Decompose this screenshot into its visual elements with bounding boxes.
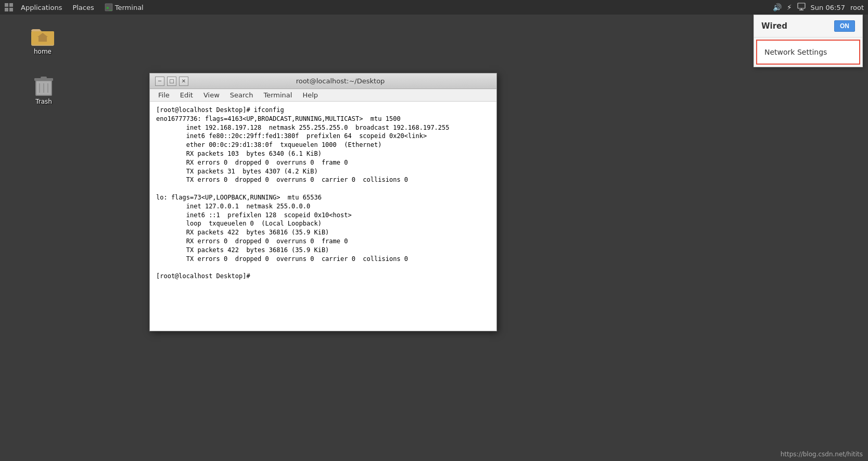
terminal-window: ─ □ ✕ root@localhost:~/Desktop File Edit…: [149, 73, 497, 331]
taskbar: Applications Places >_ Terminal 🔊 ⚡ Sun …: [0, 0, 868, 15]
terminal-title: root@localhost:~/Desktop: [188, 77, 492, 85]
wired-toggle[interactable]: ON: [834, 20, 855, 32]
terminal-menubar: File Edit View Search Terminal Help: [150, 89, 496, 102]
svg-text:>_: >_: [106, 5, 112, 10]
svg-rect-2: [5, 8, 8, 11]
trash-can-icon: [32, 73, 55, 98]
close-button[interactable]: ✕: [179, 77, 188, 86]
clock: Sun 06:57: [811, 4, 845, 11]
network-popup: Wired ON Network Settings: [754, 15, 863, 67]
home-icon-label: home: [34, 48, 52, 55]
terminal-menu-search[interactable]: Search: [225, 90, 259, 100]
terminal-menu-edit[interactable]: Edit: [175, 90, 198, 100]
taskbar-left: Applications Places >_ Terminal: [4, 2, 148, 13]
svg-rect-3: [9, 8, 13, 11]
user-label: root: [850, 4, 864, 11]
network-wired-label: Wired: [761, 21, 787, 31]
window-controls: ─ □ ✕: [154, 77, 188, 86]
terminal-taskbar-button[interactable]: >_ Terminal: [100, 2, 148, 13]
network-icon[interactable]: [797, 3, 806, 13]
network-settings-button[interactable]: Network Settings: [756, 40, 860, 65]
terminal-menu-help[interactable]: Help: [297, 90, 323, 100]
terminal-menu-terminal[interactable]: Terminal: [258, 90, 297, 100]
maximize-button[interactable]: □: [167, 77, 176, 86]
trash-desktop-icon[interactable]: Trash: [23, 73, 65, 105]
home-desktop-icon[interactable]: home: [22, 23, 63, 55]
volume-icon[interactable]: 🔊: [773, 3, 782, 11]
terminal-titlebar: ─ □ ✕ root@localhost:~/Desktop: [150, 73, 496, 89]
terminal-menu-view[interactable]: View: [198, 90, 225, 100]
svg-rect-6: [798, 3, 805, 8]
bluetooth-icon[interactable]: ⚡: [787, 3, 792, 11]
places-menu[interactable]: Places: [68, 3, 98, 13]
trash-icon-label: Trash: [35, 98, 52, 105]
network-popup-header: Wired ON: [754, 15, 862, 38]
home-folder-icon: [30, 23, 55, 48]
network-indicator-icon: [797, 3, 806, 11]
svg-rect-0: [5, 3, 8, 7]
minimize-button[interactable]: ─: [155, 77, 164, 86]
terminal-taskbar-icon: >_: [105, 3, 113, 11]
svg-rect-1: [9, 3, 13, 7]
url-bar: https://blog.csdn.net/hitits: [781, 451, 863, 458]
svg-rect-15: [41, 77, 47, 79]
terminal-content[interactable]: [root@localhost Desktop]# ifconfig eno16…: [150, 102, 496, 331]
taskbar-right: 🔊 ⚡ Sun 06:57 root: [773, 3, 864, 13]
applications-menu[interactable]: Applications: [17, 3, 66, 13]
app-menu-icon: [4, 3, 14, 12]
terminal-menu-file[interactable]: File: [153, 90, 175, 100]
